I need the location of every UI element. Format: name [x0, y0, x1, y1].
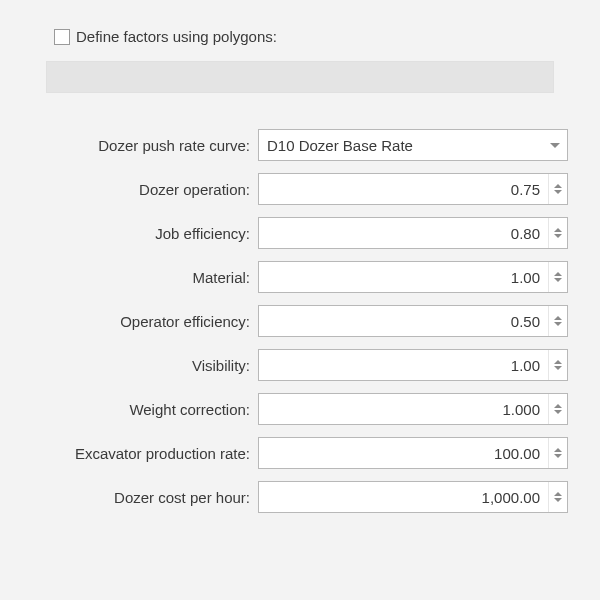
weight-correction-label: Weight correction:	[28, 401, 258, 418]
excavator-rate-label: Excavator production rate:	[28, 445, 258, 462]
operator-efficiency-value: 0.50	[259, 313, 548, 330]
chevron-up-icon	[554, 404, 562, 408]
define-factors-row: Define factors using polygons:	[54, 28, 572, 45]
visibility-value: 1.00	[259, 357, 548, 374]
weight-correction-spinner[interactable]	[548, 394, 567, 424]
chevron-down-icon	[554, 498, 562, 502]
excavator-rate-value: 100.00	[259, 445, 548, 462]
chevron-up-icon	[554, 272, 562, 276]
visibility-label: Visibility:	[28, 357, 258, 374]
job-efficiency-value: 0.80	[259, 225, 548, 242]
dozer-cost-input[interactable]: 1,000.00	[258, 481, 568, 513]
chevron-down-icon	[554, 366, 562, 370]
chevron-down-icon	[554, 278, 562, 282]
chevron-up-icon	[554, 184, 562, 188]
chevron-down-icon	[543, 130, 567, 160]
push-rate-value: D10 Dozer Base Rate	[259, 137, 543, 154]
chevron-up-icon	[554, 492, 562, 496]
push-rate-label: Dozer push rate curve:	[28, 137, 258, 154]
dozer-cost-spinner[interactable]	[548, 482, 567, 512]
chevron-down-icon	[554, 190, 562, 194]
visibility-input[interactable]: 1.00	[258, 349, 568, 381]
material-spinner[interactable]	[548, 262, 567, 292]
chevron-down-icon	[554, 454, 562, 458]
define-factors-label: Define factors using polygons:	[76, 28, 277, 45]
define-factors-checkbox[interactable]	[54, 29, 70, 45]
material-label: Material:	[28, 269, 258, 286]
push-rate-dropdown[interactable]: D10 Dozer Base Rate	[258, 129, 568, 161]
polygon-placeholder-bar	[46, 61, 554, 93]
job-efficiency-label: Job efficiency:	[28, 225, 258, 242]
weight-correction-input[interactable]: 1.000	[258, 393, 568, 425]
dozer-operation-input[interactable]: 0.75	[258, 173, 568, 205]
excavator-rate-input[interactable]: 100.00	[258, 437, 568, 469]
dozer-operation-label: Dozer operation:	[28, 181, 258, 198]
dozer-cost-label: Dozer cost per hour:	[28, 489, 258, 506]
weight-correction-value: 1.000	[259, 401, 548, 418]
chevron-down-icon	[554, 410, 562, 414]
chevron-up-icon	[554, 448, 562, 452]
chevron-up-icon	[554, 316, 562, 320]
job-efficiency-spinner[interactable]	[548, 218, 567, 248]
chevron-down-icon	[554, 234, 562, 238]
operator-efficiency-spinner[interactable]	[548, 306, 567, 336]
dozer-operation-spinner[interactable]	[548, 174, 567, 204]
visibility-spinner[interactable]	[548, 350, 567, 380]
chevron-up-icon	[554, 360, 562, 364]
excavator-rate-spinner[interactable]	[548, 438, 567, 468]
dozer-cost-value: 1,000.00	[259, 489, 548, 506]
factors-panel: Define factors using polygons: Dozer pus…	[0, 0, 600, 541]
factors-form: Dozer push rate curve: D10 Dozer Base Ra…	[28, 129, 572, 513]
chevron-down-icon	[554, 322, 562, 326]
operator-efficiency-input[interactable]: 0.50	[258, 305, 568, 337]
chevron-up-icon	[554, 228, 562, 232]
operator-efficiency-label: Operator efficiency:	[28, 313, 258, 330]
job-efficiency-input[interactable]: 0.80	[258, 217, 568, 249]
material-input[interactable]: 1.00	[258, 261, 568, 293]
dozer-operation-value: 0.75	[259, 181, 548, 198]
material-value: 1.00	[259, 269, 548, 286]
